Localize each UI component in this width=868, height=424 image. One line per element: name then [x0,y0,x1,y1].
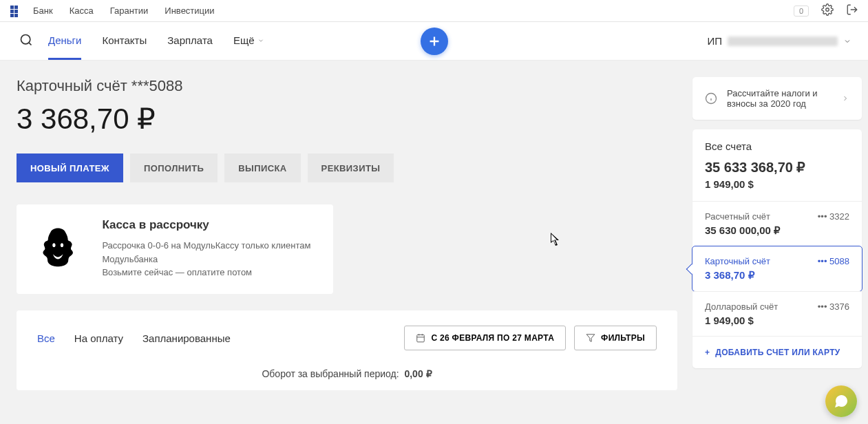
topnav-investments[interactable]: Инвестиции [165,6,214,16]
details-button[interactable]: РЕКВИЗИТЫ [308,153,394,182]
mainnav: Деньги Контакты Зарплата Ещё ИП [0,22,868,61]
statement-button[interactable]: ВЫПИСКА [224,153,300,182]
accounts-card: Все счета 35 633 368,70 ₽ 1 949,00 $ Рас… [692,129,862,368]
topnav-bank[interactable]: Банк [33,6,53,16]
txn-tab-all[interactable]: Все [37,332,55,344]
txn-tab-scheduled[interactable]: Запланированные [142,332,231,344]
gear-icon[interactable] [821,3,834,18]
promo-portrait-icon [33,218,83,280]
topnav-guarantees[interactable]: Гарантии [110,6,149,16]
topup-button[interactable]: ПОПОЛНИТЬ [130,153,218,182]
account-title: Карточный счёт ***5088 [17,77,677,95]
user-prefix: ИП [707,35,722,47]
filter-icon [586,333,595,343]
add-button[interactable] [421,28,448,55]
chat-button[interactable] [825,385,857,417]
tab-contacts[interactable]: Контакты [102,23,147,60]
plus-icon [427,34,442,49]
topnav-kassa[interactable]: Касса [70,6,94,16]
user-menu[interactable]: ИП [707,35,851,47]
transactions-panel: Все На оплату Запланированные С 26 ФЕВРА… [17,310,677,390]
turnover-row: Оборот за выбранный период: 0,00 ₽ [37,368,657,379]
tab-money[interactable]: Деньги [48,23,81,60]
chevron-down-icon [843,37,851,45]
account-item-checking[interactable]: Расчетный счёт••• 3322 35 630 000,00 ₽ [692,201,862,246]
new-payment-button[interactable]: НОВЫЙ ПЛАТЕЖ [17,153,123,182]
account-item-dollar[interactable]: Долларовый счёт••• 3376 1 949,00 $ [692,291,862,336]
chat-icon [833,393,849,410]
topnav: Банк Касса Гарантии Инвестиции [33,6,215,16]
promo-card[interactable]: Касса в рассрочку Рассрочка 0-0-6 на Мод… [17,204,333,294]
svg-point-1 [21,34,30,43]
tax-notice-card[interactable]: Рассчитайте налоги и взносы за 2020 год [692,77,862,120]
logout-icon[interactable] [846,3,858,18]
info-icon [705,92,717,105]
svg-point-0 [826,8,829,12]
txn-tab-topay[interactable]: На оплату [74,332,123,344]
promo-line1: Рассрочка 0-0-6 на МодульКассу только кл… [102,239,317,266]
tab-salary[interactable]: Зарплата [167,23,213,60]
search-icon[interactable] [19,33,33,50]
plus-icon: + [705,348,710,357]
all-accounts-rub: 35 633 368,70 ₽ [705,159,849,176]
promo-line2: Возьмите сейчас — оплатите потом [102,266,317,279]
add-account-button[interactable]: +ДОБАВИТЬ СЧЕТ ИЛИ КАРТУ [692,336,862,368]
chevron-right-icon [841,92,849,105]
account-balance: 3 368,70 ₽ [17,102,677,136]
topbar: Банк Касса Гарантии Инвестиции 0 [0,0,868,22]
chevron-down-icon [257,37,264,44]
date-range-button[interactable]: С 26 ФЕВРАЛЯ ПО 27 МАРТА [404,326,566,350]
calendar-icon [416,333,425,343]
all-accounts-title: Все счета [705,140,849,152]
user-name-redacted [728,36,838,46]
filters-button[interactable]: ФИЛЬТРЫ [574,326,657,350]
bank-logo [10,6,21,17]
notification-badge[interactable]: 0 [794,6,809,17]
all-accounts-usd: 1 949,00 $ [705,178,849,190]
svg-rect-3 [417,335,425,342]
tab-more[interactable]: Ещё [233,23,264,60]
promo-title: Касса в рассрочку [102,218,317,232]
account-item-card[interactable]: Карточный счёт••• 5088 3 368,70 ₽ [692,246,862,292]
